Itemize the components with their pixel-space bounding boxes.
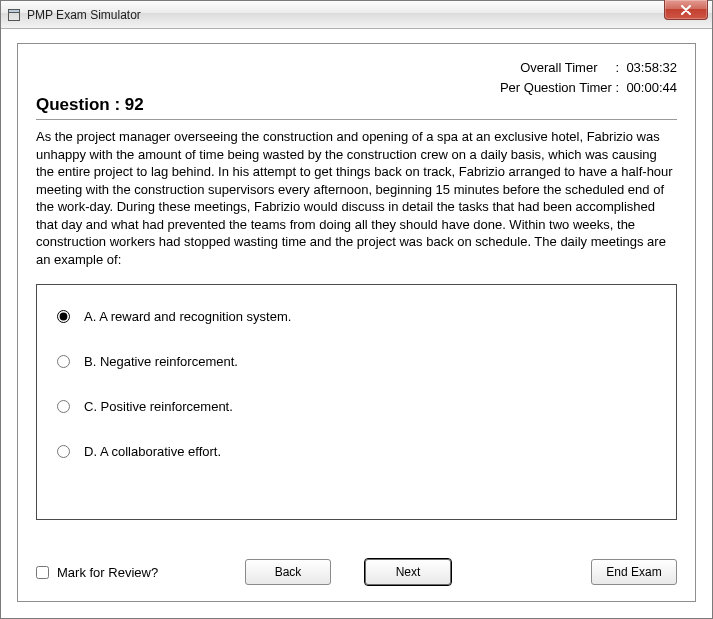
timers: Overall Timer : 03:58:32 Per Question Ti… xyxy=(36,58,677,97)
option-a[interactable]: A. A reward and recognition system. xyxy=(57,309,656,324)
divider xyxy=(36,119,677,120)
main-panel: Overall Timer : 03:58:32 Per Question Ti… xyxy=(17,43,696,602)
svg-rect-1 xyxy=(9,9,20,12)
window-title: PMP Exam Simulator xyxy=(27,8,141,22)
option-c[interactable]: C. Positive reinforcement. xyxy=(57,399,656,414)
close-icon xyxy=(680,5,692,15)
titlebar: PMP Exam Simulator xyxy=(1,1,712,29)
question-number: 92 xyxy=(125,95,144,114)
back-button[interactable]: Back xyxy=(245,559,331,585)
option-a-radio[interactable] xyxy=(57,310,70,323)
next-button[interactable]: Next xyxy=(365,559,451,585)
option-c-radio[interactable] xyxy=(57,400,70,413)
option-b[interactable]: B. Negative reinforcement. xyxy=(57,354,656,369)
options-group: A. A reward and recognition system. B. N… xyxy=(36,284,677,520)
option-b-radio[interactable] xyxy=(57,355,70,368)
option-d-radio[interactable] xyxy=(57,445,70,458)
option-d-label: D. A collaborative effort. xyxy=(84,444,221,459)
close-button[interactable] xyxy=(664,0,708,20)
app-icon xyxy=(7,8,21,22)
overall-timer-value: 03:58:32 xyxy=(626,60,677,75)
overall-timer: Overall Timer : 03:58:32 xyxy=(36,58,677,78)
footer: Mark for Review? Back Next End Exam xyxy=(36,541,677,585)
per-question-timer-value: 00:00:44 xyxy=(626,80,677,95)
overall-timer-label: Overall Timer xyxy=(520,60,597,75)
app-window: PMP Exam Simulator Overall Timer : 03:58… xyxy=(0,0,713,619)
mark-for-review-label: Mark for Review? xyxy=(57,565,158,580)
question-header-prefix: Question : xyxy=(36,95,125,114)
question-header: Question : 92 xyxy=(36,95,677,115)
option-a-label: A. A reward and recognition system. xyxy=(84,309,291,324)
question-text: As the project manager overseeing the co… xyxy=(36,128,677,268)
mark-for-review[interactable]: Mark for Review? xyxy=(36,565,158,580)
mark-for-review-checkbox[interactable] xyxy=(36,566,49,579)
option-b-label: B. Negative reinforcement. xyxy=(84,354,238,369)
option-c-label: C. Positive reinforcement. xyxy=(84,399,233,414)
option-d[interactable]: D. A collaborative effort. xyxy=(57,444,656,459)
per-question-timer-label: Per Question Timer xyxy=(500,80,612,95)
client-area: Overall Timer : 03:58:32 Per Question Ti… xyxy=(1,29,712,618)
end-exam-button[interactable]: End Exam xyxy=(591,559,677,585)
